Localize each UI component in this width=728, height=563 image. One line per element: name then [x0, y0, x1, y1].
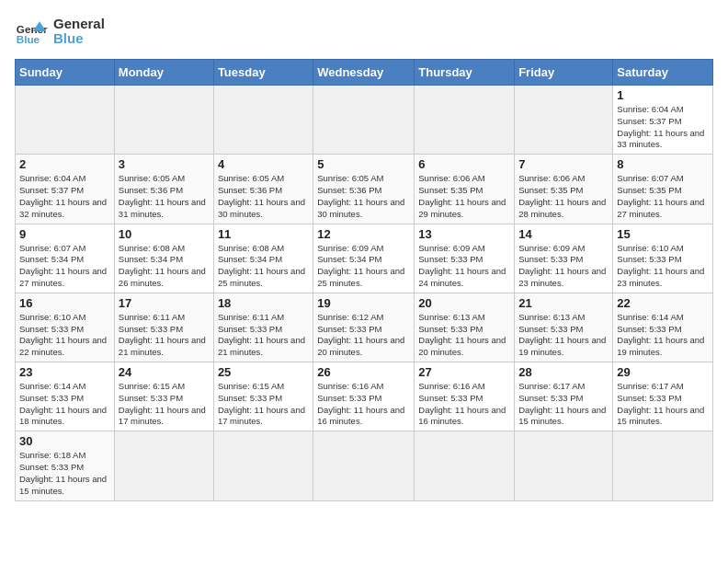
day-number: 27	[418, 365, 510, 379]
day-number: 23	[19, 365, 110, 379]
day-number: 12	[317, 227, 410, 241]
day-number: 16	[19, 296, 110, 310]
day-info: Sunrise: 6:17 AMSunset: 5:33 PMDaylight:…	[617, 381, 709, 428]
logo: General Blue General Blue	[15, 15, 105, 48]
calendar-day: 28Sunrise: 6:17 AMSunset: 5:33 PMDayligh…	[515, 362, 613, 431]
svg-text:Blue: Blue	[17, 33, 40, 45]
calendar-day	[313, 86, 415, 155]
calendar-day	[515, 86, 613, 155]
calendar-day: 16Sunrise: 6:10 AMSunset: 5:33 PMDayligh…	[16, 293, 115, 362]
calendar-day: 4Sunrise: 6:05 AMSunset: 5:36 PMDaylight…	[213, 155, 313, 224]
day-number: 3	[119, 157, 210, 171]
weekday-header-sunday: Sunday	[16, 60, 115, 86]
calendar-day	[313, 431, 415, 500]
day-info: Sunrise: 6:11 AMSunset: 5:33 PMDaylight:…	[218, 312, 309, 359]
day-number: 22	[617, 296, 709, 310]
day-number: 30	[19, 434, 110, 448]
day-info: Sunrise: 6:14 AMSunset: 5:33 PMDaylight:…	[617, 312, 709, 359]
calendar-week-4: 16Sunrise: 6:10 AMSunset: 5:33 PMDayligh…	[16, 293, 713, 362]
calendar-day: 12Sunrise: 6:09 AMSunset: 5:34 PMDayligh…	[313, 224, 415, 293]
calendar-day	[114, 431, 213, 500]
calendar-day: 29Sunrise: 6:17 AMSunset: 5:33 PMDayligh…	[613, 362, 713, 431]
day-number: 5	[317, 157, 410, 171]
calendar-day	[114, 86, 213, 155]
logo-general: General	[53, 17, 105, 32]
day-info: Sunrise: 6:14 AMSunset: 5:33 PMDaylight:…	[19, 381, 110, 428]
weekday-header-wednesday: Wednesday	[313, 60, 415, 86]
calendar-day: 21Sunrise: 6:13 AMSunset: 5:33 PMDayligh…	[515, 293, 613, 362]
weekday-header-row: SundayMondayTuesdayWednesdayThursdayFrid…	[16, 60, 713, 86]
calendar-week-1: 1Sunrise: 6:04 AMSunset: 5:37 PMDaylight…	[16, 86, 713, 155]
day-info: Sunrise: 6:13 AMSunset: 5:33 PMDaylight:…	[518, 312, 609, 359]
page-header: General Blue General Blue	[15, 15, 713, 48]
calendar-week-3: 9Sunrise: 6:07 AMSunset: 5:34 PMDaylight…	[16, 224, 713, 293]
calendar-day: 26Sunrise: 6:16 AMSunset: 5:33 PMDayligh…	[313, 362, 415, 431]
calendar-week-5: 23Sunrise: 6:14 AMSunset: 5:33 PMDayligh…	[16, 362, 713, 431]
day-number: 10	[119, 227, 210, 241]
weekday-header-saturday: Saturday	[613, 60, 713, 86]
calendar-day: 14Sunrise: 6:09 AMSunset: 5:33 PMDayligh…	[515, 224, 613, 293]
calendar-week-6: 30Sunrise: 6:18 AMSunset: 5:33 PMDayligh…	[16, 431, 713, 500]
calendar-day: 22Sunrise: 6:14 AMSunset: 5:33 PMDayligh…	[613, 293, 713, 362]
day-number: 14	[518, 227, 609, 241]
calendar-day	[613, 431, 713, 500]
calendar-day: 17Sunrise: 6:11 AMSunset: 5:33 PMDayligh…	[114, 293, 213, 362]
logo-icon: General Blue	[15, 15, 48, 48]
day-number: 29	[617, 365, 709, 379]
weekday-header-thursday: Thursday	[415, 60, 515, 86]
day-info: Sunrise: 6:08 AMSunset: 5:34 PMDaylight:…	[119, 243, 210, 290]
calendar-day: 7Sunrise: 6:06 AMSunset: 5:35 PMDaylight…	[515, 155, 613, 224]
day-number: 13	[418, 227, 510, 241]
calendar-day: 15Sunrise: 6:10 AMSunset: 5:33 PMDayligh…	[613, 224, 713, 293]
day-info: Sunrise: 6:15 AMSunset: 5:33 PMDaylight:…	[218, 381, 309, 428]
calendar-day: 23Sunrise: 6:14 AMSunset: 5:33 PMDayligh…	[16, 362, 115, 431]
weekday-header-tuesday: Tuesday	[213, 60, 313, 86]
calendar-day: 18Sunrise: 6:11 AMSunset: 5:33 PMDayligh…	[213, 293, 313, 362]
calendar-day: 27Sunrise: 6:16 AMSunset: 5:33 PMDayligh…	[415, 362, 515, 431]
day-info: Sunrise: 6:09 AMSunset: 5:33 PMDaylight:…	[418, 243, 510, 290]
day-number: 21	[518, 296, 609, 310]
day-info: Sunrise: 6:06 AMSunset: 5:35 PMDaylight:…	[418, 173, 510, 220]
day-number: 7	[518, 157, 609, 171]
day-number: 11	[218, 227, 309, 241]
calendar-day	[415, 431, 515, 500]
calendar-day: 13Sunrise: 6:09 AMSunset: 5:33 PMDayligh…	[415, 224, 515, 293]
calendar-day: 6Sunrise: 6:06 AMSunset: 5:35 PMDaylight…	[415, 155, 515, 224]
day-number: 28	[518, 365, 609, 379]
calendar-day: 20Sunrise: 6:13 AMSunset: 5:33 PMDayligh…	[415, 293, 515, 362]
day-number: 8	[617, 157, 709, 171]
day-info: Sunrise: 6:16 AMSunset: 5:33 PMDaylight:…	[418, 381, 510, 428]
calendar-day: 1Sunrise: 6:04 AMSunset: 5:37 PMDaylight…	[613, 86, 713, 155]
day-info: Sunrise: 6:10 AMSunset: 5:33 PMDaylight:…	[617, 243, 709, 290]
logo-blue: Blue	[53, 31, 105, 47]
day-number: 20	[418, 296, 510, 310]
day-info: Sunrise: 6:10 AMSunset: 5:33 PMDaylight:…	[19, 312, 110, 359]
calendar-day: 19Sunrise: 6:12 AMSunset: 5:33 PMDayligh…	[313, 293, 415, 362]
day-info: Sunrise: 6:09 AMSunset: 5:33 PMDaylight:…	[518, 243, 609, 290]
day-info: Sunrise: 6:18 AMSunset: 5:33 PMDaylight:…	[19, 450, 110, 497]
calendar-day: 10Sunrise: 6:08 AMSunset: 5:34 PMDayligh…	[114, 224, 213, 293]
day-number: 1	[617, 88, 709, 102]
day-number: 2	[19, 157, 110, 171]
calendar-day: 24Sunrise: 6:15 AMSunset: 5:33 PMDayligh…	[114, 362, 213, 431]
calendar-day	[16, 86, 115, 155]
calendar-day: 25Sunrise: 6:15 AMSunset: 5:33 PMDayligh…	[213, 362, 313, 431]
day-info: Sunrise: 6:12 AMSunset: 5:33 PMDaylight:…	[317, 312, 410, 359]
day-number: 15	[617, 227, 709, 241]
calendar-day: 5Sunrise: 6:05 AMSunset: 5:36 PMDaylight…	[313, 155, 415, 224]
day-number: 19	[317, 296, 410, 310]
day-number: 9	[19, 227, 110, 241]
day-number: 24	[119, 365, 210, 379]
calendar-day: 8Sunrise: 6:07 AMSunset: 5:35 PMDaylight…	[613, 155, 713, 224]
day-info: Sunrise: 6:05 AMSunset: 5:36 PMDaylight:…	[119, 173, 210, 220]
calendar-day: 11Sunrise: 6:08 AMSunset: 5:34 PMDayligh…	[213, 224, 313, 293]
calendar-week-2: 2Sunrise: 6:04 AMSunset: 5:37 PMDaylight…	[16, 155, 713, 224]
weekday-header-monday: Monday	[114, 60, 213, 86]
day-info: Sunrise: 6:09 AMSunset: 5:34 PMDaylight:…	[317, 243, 410, 290]
calendar-day: 9Sunrise: 6:07 AMSunset: 5:34 PMDaylight…	[16, 224, 115, 293]
calendar-day	[515, 431, 613, 500]
day-info: Sunrise: 6:06 AMSunset: 5:35 PMDaylight:…	[518, 173, 609, 220]
day-number: 26	[317, 365, 410, 379]
calendar-day: 30Sunrise: 6:18 AMSunset: 5:33 PMDayligh…	[16, 431, 115, 500]
weekday-header-friday: Friday	[515, 60, 613, 86]
